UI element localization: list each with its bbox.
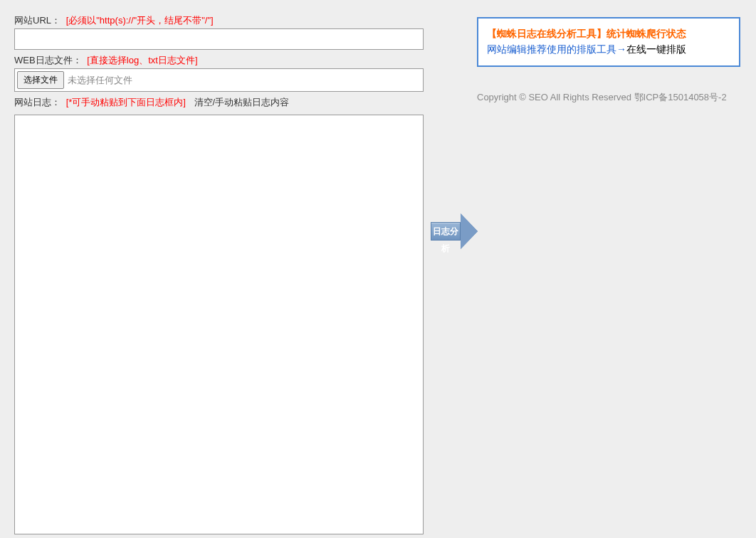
choose-file-button[interactable]: 选择文件 [17,71,64,89]
file-label: WEB日志文件： [14,55,82,65]
info-line2b[interactable]: 在线一键排版 [626,43,686,55]
clear-link[interactable]: 清空/手动粘贴日志内容 [194,97,290,107]
log-label: 网站日志： [14,97,61,107]
info-line2a[interactable]: 网站编辑推荐使用的排版工具 [487,43,616,55]
analyze-button-label: 日志分析 [431,222,461,241]
log-textarea[interactable] [14,115,424,534]
info-line1: 【蜘蛛日志在线分析工具】统计蜘蛛爬行状态 [487,26,730,41]
url-label: 网站URL： [14,15,61,26]
url-hint: [必须以"http(s)://"开头，结尾不带"/"] [66,15,214,26]
file-status: 未选择任何文件 [66,74,132,87]
log-hint: [*可手动粘贴到下面日志框内] [66,97,186,107]
info-box: 【蜘蛛日志在线分析工具】统计蜘蛛爬行状态 网站编辑推荐使用的排版工具→在线一键排… [477,17,740,67]
analyze-button[interactable]: 日志分析 [431,206,477,256]
file-input-wrapper[interactable]: 选择文件 未选择任何文件 [14,68,424,92]
file-hint: [直接选择log、txt日志文件] [87,55,197,65]
url-input[interactable] [14,28,424,50]
arrow-right-icon: → [616,43,626,55]
arrow-right-icon [461,213,478,249]
copyright-text: Copyright © SEO All Rights Reserved 鄂ICP… [477,91,740,104]
